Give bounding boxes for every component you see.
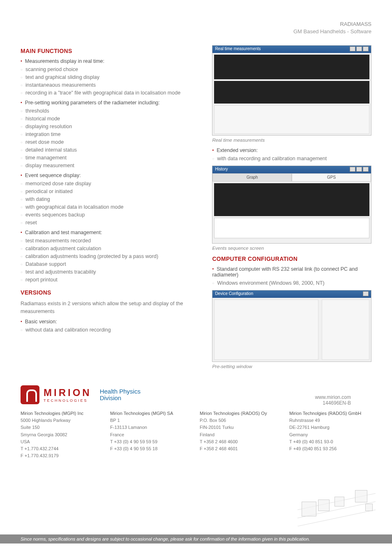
contact-line: 5000 Highlands Parkway: [21, 417, 103, 424]
contact-fax: F +1.770.432.9179: [21, 452, 103, 459]
division-label: Health Physics Division: [100, 388, 141, 402]
window-title: Device Configuration: [215, 291, 253, 297]
disclaimer-bar: Since norms, specifications and designs …: [0, 534, 392, 543]
contact-col: Mirion Technologies (RADOS) Oy P.O. Box …: [200, 410, 282, 459]
left-column: MAIN FUNCTIONS Measurements display in r…: [21, 44, 196, 374]
contact-line: Suite 150: [21, 424, 103, 431]
contact-line: Ruhrstrasse 49: [289, 417, 371, 424]
sub-item: with geographical data in localisation m…: [21, 204, 196, 210]
computer-config-title: COMPUTER CONFIGURATION: [212, 256, 371, 262]
brand-name: MIRION: [44, 387, 92, 398]
sub-item: recording in a "trace" file with geograp…: [21, 90, 196, 96]
sub-item: without data and calibration recording: [21, 327, 196, 333]
sub-item: instantaneaous measurements: [21, 82, 196, 88]
division-line2: Division: [100, 395, 141, 402]
config-item: Standard computer with RS 232 serial lin…: [212, 266, 371, 278]
brand-tag: TECHNOLOGIES: [44, 398, 92, 403]
decorative-cubes-icon: [297, 485, 376, 526]
caption-realtime: Real time measurements: [212, 138, 371, 143]
sub-item: with dating: [21, 196, 196, 202]
contact-fax: F +49 (0)40 851 93 256: [289, 445, 371, 452]
contact-name: Mirion Technologies (MGPI) Inc: [21, 410, 103, 417]
contact-tel: T +33 (0) 4 90 59 59 59: [110, 438, 192, 445]
sub-item: integration time: [21, 131, 196, 137]
doc-number: 144696EN-B: [315, 400, 351, 406]
realtime-heading: Measurements display in real time:: [21, 58, 196, 64]
sub-item: thresholds: [21, 108, 196, 114]
contact-line: P.O. Box 506: [200, 417, 282, 424]
contact-tel: T +49 (0) 40 851 93-0: [289, 438, 371, 445]
contact-fax: F +358 2 468 4601: [200, 445, 282, 452]
contact-line: Smyrna Georgia 30082: [21, 431, 103, 438]
contact-line: FIN-20101 Turku: [200, 424, 282, 431]
sub-item: historical mode: [21, 116, 196, 122]
sub-item: text and graphical sliding display: [21, 74, 196, 80]
sub-item: test measurements recorded: [21, 238, 196, 244]
product-name: RADIAMASS: [21, 21, 371, 28]
content-columns: MAIN FUNCTIONS Measurements display in r…: [21, 44, 371, 374]
sub-item: calibration adjustments loading (protect…: [21, 253, 196, 259]
window-controls-icon: [363, 291, 369, 297]
screenshot-realtime: Real time measurements: [212, 45, 371, 136]
window-title: Real time measurements: [215, 46, 261, 52]
contact-tel: T +358 2 468 4600: [200, 438, 282, 445]
sub-item: displaying resolution: [21, 124, 196, 129]
contact-name: Mirion Technolgies (RADOS) GmbH: [289, 410, 371, 417]
sub-item: test and adjustments tracability: [21, 269, 196, 275]
extended-version: Extended version:: [212, 147, 371, 153]
contact-line: BP 1: [110, 417, 192, 424]
sub-item: calibration adjustment calculation: [21, 246, 196, 251]
sub-item: reset dose mode: [21, 139, 196, 145]
screenshot-config: Device Configuration: [212, 290, 371, 362]
contacts-row: Mirion Technologies (MGPI) Inc 5000 High…: [21, 410, 371, 459]
contact-name: Mirion Technologies (MGPI) SA: [110, 410, 192, 417]
contact-line: F-13113 Lamanon: [110, 424, 192, 431]
site-url: www.mirion.com: [315, 394, 351, 400]
sub-item: periodical or initiated: [21, 189, 196, 194]
contact-col: Mirion Technologies (MGPI) SA BP 1 F-131…: [110, 410, 192, 459]
sub-item: Windows environment (Windows 98, 2000, N…: [212, 280, 371, 286]
product-subtitle: GM Based Handhelds - Software: [21, 28, 371, 35]
header-block: RADIAMASS GM Based Handhelds - Software: [21, 21, 371, 35]
versions-title: VERSIONS: [21, 289, 196, 296]
contact-line: USA: [21, 438, 103, 445]
sub-item: scanning period choice: [21, 67, 196, 72]
sub-item: Database support: [21, 261, 196, 267]
mirion-logo-icon: [21, 385, 39, 404]
contact-line: Germany: [289, 431, 371, 438]
screenshot-history: History Graph GPS: [212, 166, 371, 244]
basic-version: Basic version:: [21, 319, 196, 325]
contact-line: France: [110, 431, 192, 438]
sub-item: memorized dose rate display: [21, 181, 196, 187]
contact-name: Mirion Technologies (RADOS) Oy: [200, 410, 282, 417]
presetting-heading: Pre-setting working parameters of the ra…: [21, 100, 196, 106]
contact-col: Mirion Technolgies (RADOS) GmbH Ruhrstra…: [289, 410, 371, 459]
sub-item: detailed internal status: [21, 147, 196, 153]
contact-tel: T +1.770.432.2744: [21, 445, 103, 452]
sub-item: with data recording and calibration mana…: [212, 156, 371, 161]
right-column: Real time measurements Real time measure…: [212, 44, 371, 374]
caption-config: Pre-setting window: [212, 364, 371, 369]
site-info: www.mirion.com 144696EN-B: [315, 394, 351, 406]
caption-history: Events sequence screen: [212, 246, 371, 251]
sub-item: time management: [21, 155, 196, 161]
versions-intro: Radiamass exists in 2 versions which all…: [21, 300, 196, 315]
window-title: History: [215, 167, 228, 173]
eventseq-heading: Event sequence display:: [21, 173, 196, 178]
main-functions-title: MAIN FUNCTIONS: [21, 48, 196, 54]
window-controls-icon: [350, 167, 369, 173]
sub-item: report printout: [21, 277, 196, 283]
contact-line: Finland: [200, 431, 282, 438]
contact-fax: F +33 (0) 4 90 59 55 18: [110, 445, 192, 452]
sub-item: reset: [21, 220, 196, 226]
calibration-heading: Calibration and test management:: [21, 230, 196, 235]
window-controls-icon: [350, 46, 369, 52]
contact-col: Mirion Technologies (MGPI) Inc 5000 High…: [21, 410, 103, 459]
sub-item: display measurement: [21, 163, 196, 168]
disclaimer-text: Since norms, specifications and designs …: [21, 537, 310, 541]
sub-item: events sequences backup: [21, 212, 196, 218]
division-line1: Health Physics: [100, 388, 141, 395]
contact-line: DE-22761 Hamburg: [289, 424, 371, 431]
